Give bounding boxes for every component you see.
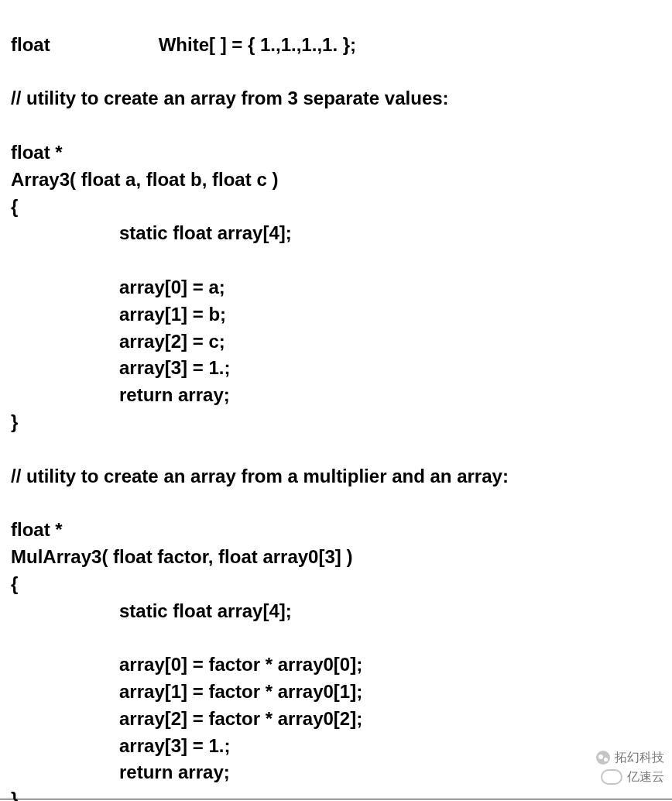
code-line: array[0] = factor * array0[0]; bbox=[11, 654, 362, 675]
cloud-icon bbox=[601, 769, 622, 785]
code-line: Array3( float a, float b, float c ) bbox=[11, 169, 278, 190]
code-token: array[2] = factor * array0[2]; bbox=[119, 708, 362, 729]
code-block: floatWhite[ ] = { 1.,1.,1.,1. }; // util… bbox=[0, 0, 672, 801]
code-line: float * bbox=[11, 519, 63, 540]
code-token: return array; bbox=[119, 384, 230, 405]
code-line: array[0] = a; bbox=[11, 277, 225, 297]
watermark: 拓幻科技 亿速云 bbox=[596, 748, 664, 787]
code-token: array[3] = 1.; bbox=[119, 357, 230, 378]
code-token: static float array[4]; bbox=[119, 222, 292, 243]
code-line: array[3] = 1.; bbox=[11, 735, 230, 756]
code-line: array[1] = factor * array0[1]; bbox=[11, 681, 362, 702]
code-line: array[3] = 1.; bbox=[11, 357, 230, 378]
code-token: return array; bbox=[119, 761, 230, 782]
code-line: } bbox=[11, 411, 18, 432]
code-line: array[2] = factor * array0[2]; bbox=[11, 708, 362, 729]
watermark-text-2: 亿速云 bbox=[627, 767, 664, 787]
code-token: array[0] = a; bbox=[119, 277, 225, 297]
code-line: { bbox=[11, 196, 18, 217]
code-line: floatWhite[ ] = { 1.,1.,1.,1. }; bbox=[11, 34, 356, 55]
code-line: MulArray3( float factor, float array0[3]… bbox=[11, 546, 352, 567]
code-token: array[1] = factor * array0[1]; bbox=[119, 681, 362, 702]
code-token: White[ ] = { 1.,1.,1.,1. }; bbox=[159, 34, 356, 55]
code-token: float bbox=[11, 34, 50, 55]
code-line: static float array[4]; bbox=[11, 600, 292, 621]
divider bbox=[0, 799, 672, 799]
wechat-icon bbox=[596, 751, 610, 765]
code-line: return array; bbox=[11, 384, 230, 405]
code-token: array[3] = 1.; bbox=[119, 735, 230, 756]
watermark-text-1: 拓幻科技 bbox=[615, 748, 664, 768]
code-line: // utility to create an array from a mul… bbox=[11, 466, 509, 486]
code-line: array[1] = b; bbox=[11, 304, 226, 325]
code-line: { bbox=[11, 573, 18, 594]
code-line: static float array[4]; bbox=[11, 222, 292, 243]
code-token: static float array[4]; bbox=[119, 600, 292, 621]
code-line: // utility to create an array from 3 sep… bbox=[11, 88, 449, 108]
code-line: float * bbox=[11, 142, 63, 163]
code-token: array[1] = b; bbox=[119, 304, 226, 325]
code-token: array[2] = c; bbox=[119, 331, 225, 352]
code-line: return array; bbox=[11, 761, 230, 782]
code-token: array[0] = factor * array0[0]; bbox=[119, 654, 362, 675]
code-line: array[2] = c; bbox=[11, 331, 225, 352]
